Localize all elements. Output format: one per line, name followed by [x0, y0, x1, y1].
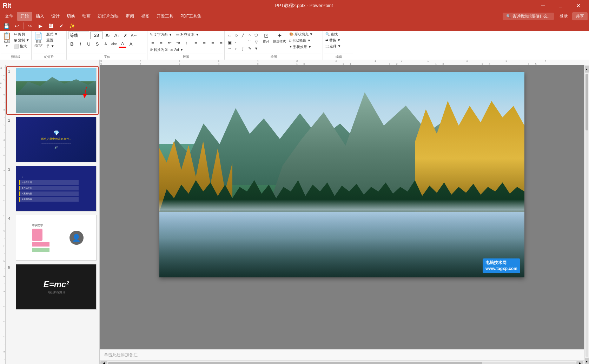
shape-square[interactable]: □ — [226, 39, 233, 45]
canvas-scroll[interactable]: 电脑技术网 www.tagxp.com — [100, 65, 584, 349]
quick-styles-button[interactable]: ✦ 快速样式 — [272, 32, 287, 45]
scroll-left-button[interactable]: ◀ — [100, 361, 107, 364]
select-button[interactable]: ⬚ 选择 ▼ — [324, 43, 342, 49]
present-button[interactable]: ▶ — [35, 22, 45, 30]
font-size-input[interactable] — [90, 32, 103, 39]
slide-thumb-4[interactable]: 4 举例文字 👤 — [7, 214, 98, 262]
shape-arrow-right[interactable]: → — [226, 45, 233, 52]
cut-button[interactable]: ✂剪切 — [13, 32, 31, 37]
shape-wave[interactable]: ⌒ — [246, 39, 253, 45]
font-name-input[interactable] — [68, 32, 89, 39]
shape-diamond[interactable]: ◇ — [233, 32, 239, 38]
minimize-button[interactable]: ─ — [535, 0, 551, 11]
line-spacing-button[interactable]: ↕ — [183, 39, 190, 46]
clear-format-button[interactable]: ✗ — [121, 32, 129, 39]
paste-button[interactable]: 📋 粘贴 ▼ — [1, 32, 12, 48]
scroll-thumb[interactable] — [108, 362, 482, 364]
char-spacing-button[interactable]: A↔ — [130, 32, 138, 39]
subscript-button[interactable]: A — [102, 40, 110, 48]
align-left-button[interactable]: ≡ — [192, 39, 200, 46]
save-button[interactable]: 💾 — [1, 22, 11, 30]
bullet-list-button[interactable]: ≡ — [149, 39, 157, 46]
menu-home[interactable]: 开始 — [17, 12, 32, 21]
horizontal-scrollbar[interactable]: ◀ ▶ — [100, 360, 584, 364]
menu-file[interactable]: 文件 — [1, 12, 17, 21]
menu-animations[interactable]: 动画 — [79, 12, 94, 21]
shape-circle[interactable]: ○ — [246, 32, 253, 38]
shape-rect[interactable]: ▭ — [226, 32, 233, 38]
increase-indent-button[interactable]: ⇥ — [174, 39, 182, 46]
bold-button[interactable]: B — [68, 40, 76, 48]
scroll-vtrack[interactable] — [585, 74, 588, 357]
slide-thumb-2[interactable]: 2 💎 历史记录中的著名事件... 一一一一一一一一一一一一一一一一一 🔊 — [7, 116, 98, 163]
login-button[interactable]: 登录 — [557, 12, 571, 20]
help-search[interactable]: 🔍 告诉我您想要做什么... — [503, 13, 554, 20]
justify-button[interactable]: ≡ — [217, 39, 225, 46]
menu-insert[interactable]: 插入 — [32, 12, 48, 21]
shape-fill-button[interactable]: 🎨 形状填充 ▼ — [288, 32, 314, 37]
redo-button[interactable]: ↪ — [25, 22, 35, 30]
menu-review[interactable]: 审阅 — [122, 12, 138, 21]
check-button[interactable]: ✔ — [57, 22, 66, 30]
shape-bracket[interactable]: ⌐ — [240, 39, 246, 45]
share-button[interactable]: 共享 — [572, 12, 588, 20]
superscript-button[interactable]: abc — [110, 40, 118, 48]
slide-thumb-5[interactable]: 5 E=mc² 此处填写的题目 — [7, 263, 98, 311]
shape-pentagon[interactable]: ⬠ — [253, 32, 259, 38]
align-center-button[interactable]: ≡ — [200, 39, 208, 46]
copy-button[interactable]: ⊕复制 ▼ — [13, 38, 31, 43]
photo-button[interactable]: 🖼 — [46, 22, 56, 30]
shape-freeform[interactable]: ✎ — [246, 45, 253, 52]
shape-curve1[interactable]: ∩ — [233, 45, 239, 52]
text-highlight-button[interactable]: A — [127, 40, 135, 48]
menu-design[interactable]: 设计 — [48, 12, 63, 21]
undo-button[interactable]: ↩ — [12, 22, 22, 30]
close-button[interactable]: ✕ — [570, 0, 586, 11]
vertical-scrollbar[interactable]: ▲ ▼ — [584, 65, 589, 364]
slide-thumb-3[interactable]: 3 ● 1 公司介绍 2 产品介绍 3 案例内容 4 举例内容 — [7, 165, 98, 213]
scroll-down-button[interactable]: ▼ — [585, 358, 589, 364]
slide-thumb-1[interactable]: 1 — [7, 67, 98, 114]
strikethrough-button[interactable]: S — [93, 40, 101, 48]
shape-curve2[interactable]: ∫ — [240, 45, 246, 52]
decrease-indent-button[interactable]: ⇤ — [166, 39, 173, 46]
arrange-button[interactable]: ⊡ 排列 — [262, 32, 271, 45]
shape-outline-button[interactable]: □ 形状轮廓 ▼ — [288, 38, 314, 43]
text-direction-button[interactable]: ✎ 文字方向 ▼ — [149, 32, 173, 38]
numbered-list-button[interactable]: ≡ — [157, 39, 165, 46]
shape-line[interactable]: ╱ — [240, 32, 246, 38]
scroll-track[interactable] — [108, 362, 576, 364]
magic-button[interactable]: ✨ — [67, 22, 77, 30]
reset-button[interactable]: 重置 — [45, 38, 59, 43]
menu-slideshow[interactable]: 幻灯片放映 — [94, 12, 122, 21]
menu-transitions[interactable]: 切换 — [63, 12, 79, 21]
notes-bar[interactable]: 单击此处添加备注 — [100, 349, 584, 360]
shape-more[interactable]: ▼ — [253, 45, 259, 52]
menu-pdf[interactable]: PDF工具集 — [177, 12, 205, 21]
new-slide-button[interactable]: 📄 新建幻灯片 — [33, 32, 44, 48]
section-button[interactable]: 节 ▼ — [45, 43, 59, 49]
font-size-down-button[interactable]: A↓ — [113, 32, 120, 39]
scroll-up-button[interactable]: ▲ — [585, 66, 589, 73]
underline-button[interactable]: U — [85, 40, 93, 48]
font-size-up-button[interactable]: A↑ — [104, 32, 112, 39]
maximize-button[interactable]: □ — [552, 0, 569, 11]
slides-panel: 1 — [6, 65, 100, 364]
shape-corner[interactable]: ⌐ — [233, 39, 239, 45]
italic-button[interactable]: I — [77, 40, 84, 48]
align-text-button[interactable]: ▤ 对齐文本 ▼ — [175, 32, 200, 38]
main-slide-canvas[interactable]: 电脑技术网 www.tagxp.com — [159, 72, 524, 277]
convert-smartart-button[interactable]: ⟳ 转换为 SmartArt ▼ — [149, 47, 185, 53]
replace-button[interactable]: ⇄ 替换 ▼ — [324, 38, 342, 43]
font-color-button[interactable]: A — [119, 40, 126, 48]
menu-view[interactable]: 视图 — [138, 12, 153, 21]
align-right-button[interactable]: ≡ — [209, 39, 217, 46]
shape-arrow-down[interactable]: ▽ — [253, 39, 259, 45]
scroll-right-button[interactable]: ▶ — [576, 361, 583, 364]
shape-effect-button[interactable]: ✦ 形状效果 ▼ — [288, 44, 314, 50]
format-copy-button[interactable]: ⬜格式 — [13, 43, 31, 49]
menu-developer[interactable]: 开发工具 — [153, 12, 177, 21]
scroll-vthumb[interactable] — [585, 74, 588, 130]
find-button[interactable]: 🔍 查找 — [324, 32, 342, 37]
layout-button[interactable]: 版式 ▼ — [45, 32, 59, 37]
